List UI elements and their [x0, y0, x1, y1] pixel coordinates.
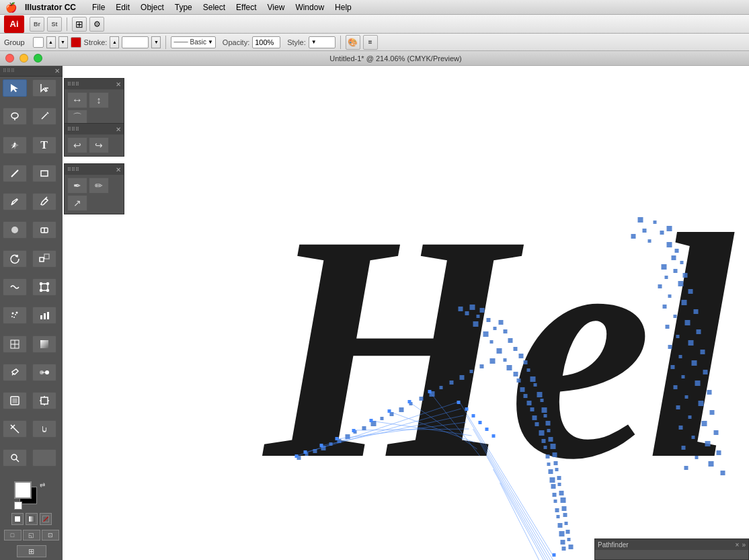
svg-rect-83 [547, 429, 551, 432]
zoom-tool[interactable] [3, 449, 27, 467]
pencil-tool[interactable] [3, 193, 27, 210]
eyedropper-tool[interactable] [3, 364, 27, 381]
rectangle-tool[interactable] [32, 165, 56, 182]
pen-tool[interactable] [3, 136, 27, 154]
screen-mode-btn[interactable]: ⊞ [17, 545, 46, 557]
menu-help[interactable]: Help [329, 0, 357, 15]
redo-btn[interactable]: ↪ [89, 137, 109, 153]
stroke-arrow-up[interactable]: ▲ [110, 36, 119, 48]
paintbrush-tool[interactable] [32, 193, 56, 210]
bridge-btn[interactable]: Br [30, 17, 44, 32]
solid-color-btn[interactable] [11, 513, 24, 525]
minimize-btn[interactable] [19, 54, 28, 63]
align-subpanel-header[interactable]: ⠿⠿⠿ ✕ [65, 124, 124, 134]
arrangement-btn[interactable]: ≡ [363, 35, 378, 50]
menu-effect[interactable]: Effect [231, 0, 262, 15]
scale-tool[interactable] [32, 250, 56, 268]
stroke-arrow-dn[interactable]: ▼ [151, 36, 161, 48]
flip-v-btn[interactable]: ↕ [89, 92, 109, 108]
undo-btn[interactable]: ↩ [67, 137, 87, 153]
symbol-sprayer-tool[interactable] [3, 307, 27, 324]
mesh-tool[interactable] [3, 335, 27, 353]
pathops-close[interactable]: ✕ [116, 166, 121, 173]
fill-arrow-dn[interactable]: ▼ [58, 36, 68, 48]
svg-rect-69 [530, 376, 536, 382]
svg-rect-147 [668, 294, 672, 298]
svg-rect-150 [694, 309, 699, 314]
menu-edit[interactable]: Edit [110, 0, 135, 15]
svg-rect-217 [295, 454, 299, 458]
svg-rect-61 [497, 348, 502, 354]
slice-tool[interactable] [3, 420, 27, 438]
svg-rect-91 [554, 461, 558, 465]
free-transform-tool[interactable] [32, 278, 56, 296]
fill-swatch[interactable] [14, 481, 32, 499]
stroke-profile-select[interactable]: ─── Basic ▼ [171, 36, 215, 48]
swap-colors-btn[interactable]: ⇄ [40, 481, 49, 491]
stock-btn[interactable]: St [47, 17, 62, 32]
magic-wand-tool[interactable] [32, 108, 56, 125]
stroke-width-input[interactable] [122, 36, 149, 48]
apple-menu[interactable]: 🍎 [5, 2, 17, 13]
close-btn[interactable] [5, 54, 14, 63]
draw-normal-btn[interactable]: □ [4, 530, 22, 541]
recolor-btn[interactable]: 🎨 [346, 35, 360, 50]
menu-type[interactable]: Type [169, 0, 198, 15]
blob-brush-tool[interactable] [3, 221, 27, 239]
svg-line-3 [47, 112, 48, 114]
draw-behind-btn[interactable]: ◱ [23, 530, 40, 541]
pen-tool-sub[interactable]: ✒ [67, 177, 87, 194]
hand-tool[interactable] [32, 420, 56, 438]
arrange-btn[interactable]: ⊞ [72, 17, 87, 32]
svg-rect-186 [631, 234, 636, 239]
transform-subpanel-header[interactable]: ⠿⠿⠿ ✕ [65, 79, 124, 89]
svg-rect-72 [524, 394, 528, 398]
style-select[interactable]: ▼ [309, 36, 336, 48]
opacity-input[interactable] [252, 36, 280, 48]
menu-window[interactable]: Window [290, 0, 329, 15]
svg-rect-170 [710, 410, 715, 415]
svg-rect-223 [388, 409, 391, 413]
line-tool[interactable] [3, 165, 27, 182]
fill-swatch-ctrl[interactable] [33, 37, 44, 48]
none-btn[interactable] [40, 513, 52, 525]
workspace-btn[interactable]: ⚙ [89, 17, 104, 32]
svg-rect-157 [668, 345, 672, 349]
artboard-tool[interactable] [32, 392, 56, 409]
menu-view[interactable]: View [262, 0, 290, 15]
pathfinder-expand-btn[interactable]: » [742, 541, 746, 549]
column-graph-tool[interactable] [32, 307, 56, 324]
rotate-tool[interactable] [3, 250, 27, 268]
gradient-btn[interactable] [26, 513, 38, 525]
menu-select[interactable]: Select [198, 0, 231, 15]
fill-arrow-up[interactable]: ▲ [46, 36, 56, 48]
tools-drag-handle[interactable]: ⠿⠿⠿ [3, 68, 15, 74]
type-tool[interactable]: T [32, 136, 56, 154]
pathops-subpanel-header[interactable]: ⠿⠿⠿ ✕ [65, 164, 124, 175]
warp-tool[interactable] [3, 278, 27, 296]
svg-rect-100 [554, 499, 557, 503]
align-close[interactable]: ✕ [116, 126, 121, 133]
maximize-btn[interactable] [34, 54, 42, 63]
menu-file[interactable]: File [87, 0, 110, 15]
selection-tool[interactable] [3, 79, 27, 97]
pathfinder-close-btn[interactable]: × [736, 541, 740, 549]
flip-h-btn[interactable]: ↔ [67, 92, 87, 108]
svg-rect-75 [541, 399, 544, 402]
direct-selection-tool[interactable] [32, 79, 56, 97]
arrow-tool-sub[interactable]: ↗ [67, 195, 87, 211]
svg-rect-52 [487, 318, 491, 322]
default-colors-btn[interactable] [14, 502, 22, 510]
live-paint-tool[interactable] [3, 392, 27, 409]
gradient-tool[interactable] [32, 335, 56, 353]
eraser-tool[interactable] [32, 221, 56, 239]
canvas-area[interactable]: Hel [63, 66, 749, 560]
draw-inside-btn[interactable]: ⊡ [42, 530, 59, 541]
transform-close[interactable]: ✕ [116, 81, 121, 88]
blend-tool[interactable] [32, 364, 56, 381]
tools-close-btn[interactable]: ✕ [54, 67, 60, 75]
menu-object[interactable]: Object [135, 0, 169, 15]
stroke-swatch-ctrl[interactable] [71, 37, 81, 48]
pencil-tool-sub[interactable]: ✏ [89, 177, 109, 194]
lasso-tool[interactable] [3, 108, 27, 125]
